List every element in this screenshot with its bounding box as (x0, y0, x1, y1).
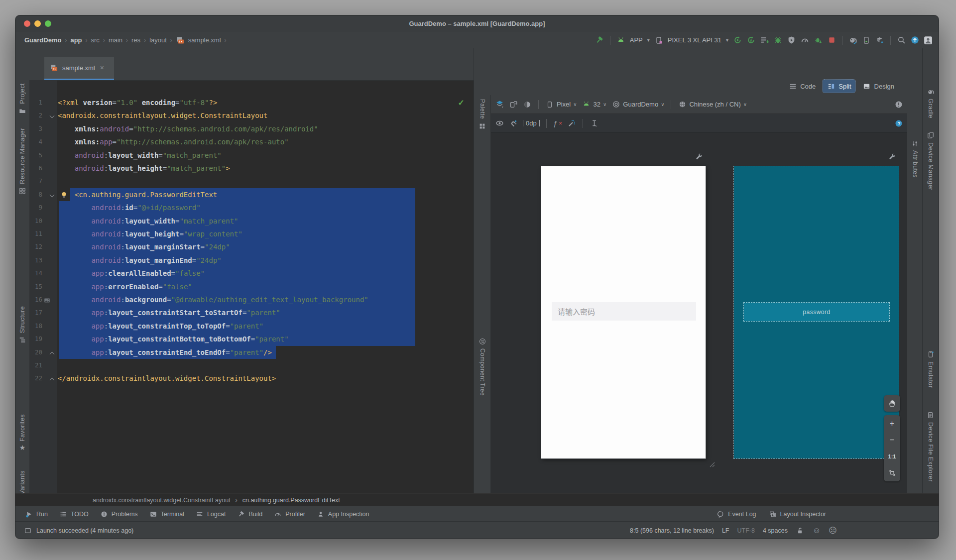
sidebar-item-emulator[interactable]: Emulator (923, 350, 939, 388)
chevron-down-icon[interactable]: ▾ (726, 37, 728, 43)
stop-icon[interactable] (827, 36, 836, 45)
zoom-out-button[interactable]: − (884, 432, 900, 448)
build-hammer-icon[interactable] (595, 36, 604, 45)
api-level-select[interactable]: 32 ∨ (582, 100, 607, 109)
code-line[interactable]: 10android:layout_width="match_parent" (29, 215, 474, 227)
inspection-ok-icon[interactable]: ✓ (458, 98, 465, 108)
code-line[interactable]: 20app:layout_constraintEnd_toEndOf="pare… (29, 346, 474, 359)
gradle-sync-icon[interactable] (848, 36, 857, 45)
toolwindow-todo-button[interactable]: TODO (59, 510, 89, 519)
frown-icon[interactable]: ☹ (829, 527, 837, 535)
caret-position-widget[interactable]: 8:5 (596 chars, 12 line breaks) (630, 527, 714, 534)
zoom-in-button[interactable]: + (884, 415, 900, 432)
breadcrumb-item[interactable]: sample.xml (188, 36, 221, 44)
code-line[interactable]: 2<androidx.constraintlayout.widget.Const… (29, 109, 474, 122)
mode-code-button[interactable]: Code (784, 80, 820, 93)
fold-marker[interactable] (50, 378, 55, 383)
smiley-icon[interactable]: ☺ (813, 527, 821, 535)
sdk-manager-icon[interactable] (875, 36, 884, 45)
event-log-button[interactable]: Event Log (716, 510, 756, 519)
apply-changes-restart-icon[interactable]: A (746, 36, 755, 45)
design-canvas[interactable]: 请输入密码 password + − 1:1 (491, 133, 907, 493)
code-line[interactable]: 9android:id="@+id/password" (29, 201, 474, 214)
fold-marker[interactable] (50, 351, 55, 356)
code-line[interactable]: 1<?xml version="1.0" encoding="utf-8"?> (29, 96, 474, 109)
component-tree-tab[interactable]: Component Tree (474, 337, 490, 396)
chevron-down-icon[interactable]: ▾ (647, 37, 650, 43)
code-line[interactable]: 11android:layout_height="wrap_content" (29, 227, 474, 240)
intention-bulb-icon[interactable] (59, 191, 68, 200)
device-manager-icon[interactable] (862, 36, 871, 45)
tab-sample-xml[interactable]: sample.xml × (44, 57, 114, 80)
code-line[interactable]: 19app:layout_constraintBottom_toBottomOf… (29, 333, 474, 345)
help-icon[interactable]: ? (894, 119, 903, 128)
theme-icon[interactable] (523, 100, 532, 109)
code-line[interactable]: 21 (29, 359, 474, 372)
toolwindow-problems-button[interactable]: Problems (100, 510, 138, 519)
code-line[interactable]: 13android:layout_marginEnd="24dp" (29, 254, 474, 267)
zoom-fit-icon[interactable] (884, 464, 900, 481)
autoconnect-icon[interactable] (509, 119, 518, 128)
code-line[interactable]: 12android:layout_marginStart="24dp" (29, 240, 474, 253)
password-edittext-preview[interactable]: 请输入密码 (552, 302, 696, 321)
drawable-preview-icon[interactable] (42, 296, 51, 305)
wrench-icon[interactable] (888, 152, 896, 161)
lock-icon[interactable] (796, 526, 805, 535)
breadcrumb-item[interactable]: src (91, 36, 100, 44)
sidebar-item-gradle[interactable]: Gradle (923, 87, 939, 118)
status-message[interactable]: Launch succeeded (4 minutes ago) (36, 527, 133, 534)
clear-constraints-button[interactable]: ƒ× (553, 119, 562, 127)
sidebar-item-device-file-explorer[interactable]: Device File Explorer (923, 411, 939, 482)
mode-split-button[interactable]: Split (823, 80, 855, 93)
attach-debugger-icon[interactable] (787, 36, 796, 45)
palette-tab[interactable]: Palette (474, 99, 490, 130)
close-tab-icon[interactable]: × (100, 64, 104, 72)
target-device-select[interactable]: PIXEL 3 XL API 31 (668, 36, 721, 44)
toolwindow-terminal-button[interactable]: Terminal (149, 510, 184, 519)
breadcrumb-item[interactable]: GuardDemo (24, 36, 61, 44)
code-line[interactable]: 22</androidx.constraintlayout.widget.Con… (29, 372, 474, 385)
sidebar-item-project[interactable]: Project (15, 83, 29, 115)
locale-select[interactable]: Chinese (zh / CN) ∨ (678, 100, 747, 109)
design-preview-screen[interactable]: 请输入密码 (541, 166, 706, 458)
search-everywhere-icon[interactable] (897, 36, 906, 45)
fold-marker[interactable] (50, 192, 55, 197)
default-margin-select[interactable]: 0dp (523, 120, 540, 126)
design-surface-icon[interactable] (495, 100, 504, 109)
run-icon[interactable] (733, 36, 742, 45)
toolwindow-logcat-button[interactable]: Logcat (195, 510, 226, 519)
run-configuration-select[interactable]: APP (630, 36, 643, 44)
code-line[interactable]: 17app:layout_constraintStart_toStartOf="… (29, 306, 474, 319)
pack-align-icon[interactable] (590, 119, 598, 128)
code-line[interactable]: 8<cn.authing.guard.PasswordEditText (29, 188, 474, 201)
breadcrumb-item[interactable]: app (70, 36, 82, 44)
code-line[interactable]: 15app:errorEnab​led="false" (29, 280, 474, 293)
breadcrumb-item[interactable]: res (131, 36, 140, 44)
code-line[interactable]: 14app:clearAllEnabled="false" (29, 267, 474, 280)
profile-low-overhead-icon[interactable] (814, 36, 823, 45)
sidebar-item-favorites[interactable]: Favorites ★ (15, 414, 29, 451)
sidebar-item-resource-manager[interactable]: Resource Manager (15, 128, 29, 196)
toolwindow-profiler-button[interactable]: Profiler (273, 510, 305, 519)
sidebar-item-structure[interactable]: Structure (15, 306, 29, 344)
line-separator-widget[interactable]: LF (722, 527, 729, 534)
debug-icon[interactable] (773, 36, 782, 45)
password-edittext-blueprint[interactable]: password (744, 303, 889, 321)
mode-design-button[interactable]: Design (858, 80, 898, 93)
infer-constraints-icon[interactable] (567, 119, 576, 128)
profile-icon[interactable] (800, 36, 809, 45)
code-line[interactable]: 16android:background="@drawable/authing_… (29, 293, 474, 306)
app-theme-select[interactable]: GuardDemo ∨ (611, 100, 664, 109)
zoom-actual-button[interactable]: 1:1 (884, 448, 900, 464)
code-line[interactable]: 5android:layout_width="match_parent" (29, 149, 474, 162)
device-select[interactable]: Pixel ∨ (545, 100, 577, 109)
toolwindow-build-button[interactable]: Build (237, 510, 262, 519)
fold-marker[interactable] (50, 113, 55, 118)
wrench-icon[interactable] (695, 152, 703, 161)
xml-breadcrumb-item[interactable]: androidx.constraintlayout.widget.Constra… (93, 497, 231, 504)
code-area[interactable]: 1<?xml version="1.0" encoding="utf-8"?>2… (29, 80, 474, 493)
indent-widget[interactable]: 4 spaces (763, 527, 788, 534)
sidebar-item-device-manager[interactable]: Device Manager (923, 131, 939, 191)
code-line[interactable]: 4xmlns:app="http://schemas.android.com/a… (29, 135, 474, 148)
code-line[interactable]: 18app:layout_constraintTop_toTopOf="pare… (29, 320, 474, 333)
